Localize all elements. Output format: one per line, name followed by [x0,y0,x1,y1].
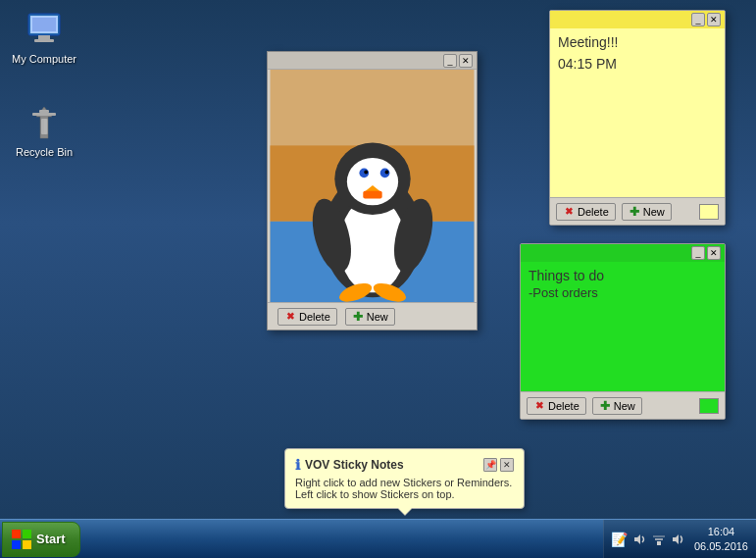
tooltip-title-area: ℹ VOV Sticky Notes [295,457,404,473]
penguin-delete-label: Delete [299,311,330,323]
svg-rect-24 [363,191,381,199]
penguin-illustration [268,70,477,302]
yellow-new-icon: ✚ [629,206,640,218]
recycle-bin-icon-svg [25,103,64,142]
vov-tooltip-popup: ℹ VOV Sticky Notes 📌 ✕ Right click to ad… [284,448,525,509]
yellow-note-content: Meeting!!! 04:15 PM [550,28,725,197]
yellow-note-close-btn[interactable]: ✕ [707,13,721,26]
green-note-delete-button[interactable]: ✖ Delete [527,397,586,415]
penguin-widget: _ ✕ [267,51,478,330]
clock-time: 16:04 [708,525,735,538]
yellow-delete-label: Delete [578,206,609,218]
svg-rect-31 [12,540,21,549]
penguin-footer: ✖ Delete ✚ New [268,302,477,330]
volume-icon[interactable] [631,532,647,547]
svg-rect-34 [657,541,661,545]
tooltip-pin-btn[interactable]: 📌 [483,458,497,472]
computer-icon-svg [25,10,64,49]
yellow-color-swatch[interactable] [699,204,719,220]
green-sticky-note: _ ✕ Things to do -Post orders ✖ Delete ✚… [520,243,726,420]
svg-rect-9 [44,119,48,134]
penguin-titlebar: _ ✕ [268,52,477,70]
taskbar: Start 📝 [0,519,756,558]
desktop: My Computer Recycle Bin _ ✕ [0,0,756,558]
svg-rect-36 [653,535,665,537]
green-delete-label: Delete [548,400,580,412]
green-delete-icon: ✖ [533,400,545,412]
clock-date: 06.05.2016 [694,539,748,553]
green-note-minimize-btn[interactable]: _ [691,246,705,260]
delete-icon: ✖ [284,311,296,323]
yellow-note-delete-button[interactable]: ✖ Delete [556,203,616,221]
penguin-new-button[interactable]: ✚ New [345,308,395,326]
windows-logo-icon [11,529,32,550]
green-note-new-button[interactable]: ✚ New [592,397,642,415]
tooltip-line2: Left click to show Stickers on top. [295,488,514,500]
penguin-minimize-btn[interactable]: _ [443,54,457,68]
svg-rect-4 [32,18,56,31]
svg-marker-33 [634,534,640,544]
green-new-label: New [614,400,635,412]
yellow-note-line1: Meeting!!! [558,34,717,50]
tooltip-header: ℹ VOV Sticky Notes 📌 ✕ [295,457,514,473]
my-computer-label: My Computer [12,53,76,65]
svg-marker-37 [673,534,679,544]
penguin-image-area [268,70,477,302]
penguin-new-label: New [367,311,388,323]
info-icon: ℹ [295,457,300,473]
green-note-line2: -Post orders [529,285,717,300]
yellow-note-new-button[interactable]: ✚ New [622,203,672,221]
svg-point-19 [364,171,368,175]
svg-rect-29 [12,530,21,538]
speaker-icon[interactable] [671,532,686,547]
svg-rect-35 [655,538,663,540]
new-icon: ✚ [352,311,364,323]
svg-rect-6 [32,113,56,116]
svg-point-22 [385,171,389,175]
yellow-new-label: New [643,206,665,218]
green-note-line1: Things to do [529,268,717,283]
tooltip-controls: 📌 ✕ [483,458,514,472]
svg-rect-3 [34,39,54,42]
start-button[interactable]: Start [2,522,80,557]
yellow-note-minimize-btn[interactable]: _ [691,13,705,26]
svg-rect-7 [39,110,49,113]
start-label: Start [36,532,66,546]
yellow-sticky-note: _ ✕ Meeting!!! 04:15 PM ✖ Delete ✚ New [549,10,726,226]
recycle-bin-label: Recycle Bin [16,146,73,158]
yellow-note-footer: ✖ Delete ✚ New [550,197,725,225]
penguin-close-btn[interactable]: ✕ [459,54,473,68]
green-note-content: Things to do -Post orders [521,262,725,391]
svg-rect-2 [38,35,50,39]
svg-rect-32 [23,540,31,549]
green-color-swatch[interactable] [699,398,719,414]
my-computer-icon[interactable]: My Computer [10,10,78,65]
green-note-titlebar: _ ✕ [521,244,725,262]
network-icon[interactable] [651,532,667,547]
sticky-notes-tray-icon[interactable]: 📝 [612,532,628,547]
penguin-delete-button[interactable]: ✖ Delete [277,308,337,326]
recycle-bin-icon[interactable]: Recycle Bin [10,103,78,158]
green-note-footer: ✖ Delete ✚ New [521,391,725,419]
tooltip-line1: Right click to add new Stickers or Remin… [295,477,514,488]
tooltip-close-btn[interactable]: ✕ [500,458,514,472]
tooltip-title-text: VOV Sticky Notes [305,458,404,472]
green-new-icon: ✚ [599,400,611,412]
system-clock[interactable]: 16:04 06.05.2016 [694,525,748,553]
yellow-note-titlebar: _ ✕ [550,11,725,28]
yellow-delete-icon: ✖ [563,206,575,218]
system-tray: 📝 [603,520,756,558]
yellow-note-line3: 04:15 PM [558,56,717,72]
svg-rect-30 [23,530,31,538]
green-note-close-btn[interactable]: ✕ [707,246,721,260]
